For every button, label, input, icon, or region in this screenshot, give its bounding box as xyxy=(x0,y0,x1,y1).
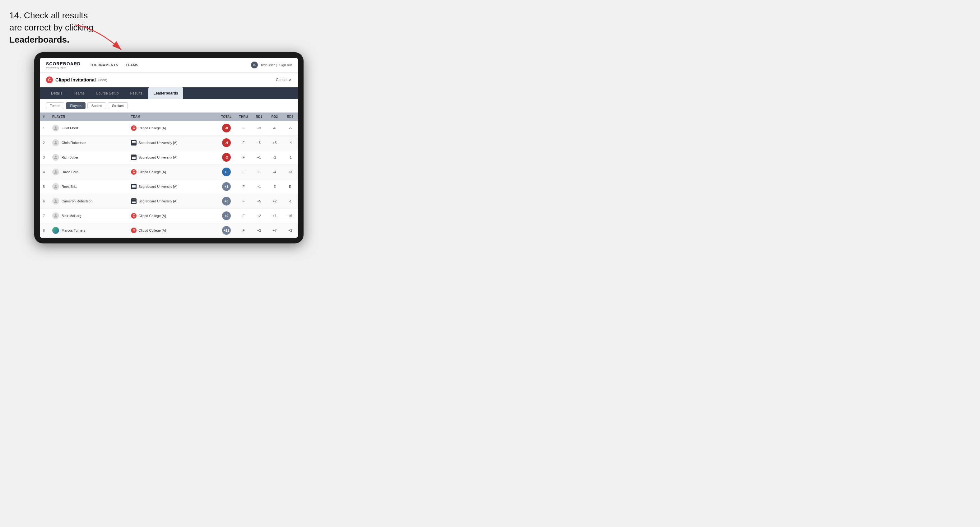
sign-out-link[interactable]: Sign out xyxy=(279,63,292,67)
team-name: Scoreboard University [A] xyxy=(138,199,177,203)
user-name: Test User | xyxy=(260,63,277,67)
player-avatar xyxy=(52,154,59,161)
cell-player: Cameron Robertson xyxy=(49,194,128,208)
player-name: David Ford xyxy=(62,170,78,174)
tab-teams[interactable]: Teams xyxy=(69,87,89,99)
cancel-button[interactable]: Cancel ✕ xyxy=(276,78,292,82)
team-logo-clippd: C xyxy=(131,125,137,131)
team-logo-scoreboard xyxy=(131,154,137,160)
player-name: Elliot Ebert xyxy=(62,126,78,130)
score-badge: +11 xyxy=(222,226,231,235)
cell-rank: 3 xyxy=(40,150,49,165)
team-logo-scoreboard xyxy=(131,140,137,146)
col-total: TOTAL xyxy=(217,113,236,121)
score-badge: +1 xyxy=(222,182,231,191)
player-name: Marcus Turners xyxy=(62,229,85,232)
cell-rd1: +2 xyxy=(251,208,267,223)
tablet-screen: SCOREBOARD Powered by clippd TOURNAMENTS… xyxy=(40,58,298,238)
cell-rd3: +2 xyxy=(282,223,298,238)
cell-rd2: -4 xyxy=(267,165,282,179)
tab-course-setup[interactable]: Course Setup xyxy=(91,87,124,99)
close-icon: ✕ xyxy=(289,78,292,82)
col-rd2: RD2 xyxy=(267,113,282,121)
team-logo-clippd: C xyxy=(131,228,137,233)
team-name: Clippd College [A] xyxy=(138,126,166,130)
cell-thru: F xyxy=(236,208,251,223)
cell-rd3: E xyxy=(282,179,298,194)
team-logo-scoreboard xyxy=(131,198,137,204)
cell-rd2: +1 xyxy=(267,208,282,223)
filter-scores[interactable]: Scores xyxy=(88,102,106,109)
table-row: 7Blair McHargCClippd College [A]+9F+2+1+… xyxy=(40,208,298,223)
instruction-line1: Check all results xyxy=(24,11,88,20)
cell-total: +6 xyxy=(217,194,236,208)
cell-rd3: +3 xyxy=(282,165,298,179)
cell-player: David Ford xyxy=(49,165,128,179)
tab-details[interactable]: Details xyxy=(46,87,67,99)
svg-point-2 xyxy=(55,141,56,143)
cell-total: E xyxy=(217,165,236,179)
player-avatar xyxy=(52,212,59,219)
player-name: Rich Butler xyxy=(62,156,78,159)
tab-results[interactable]: Results xyxy=(125,87,147,99)
team-logo-clippd: C xyxy=(131,169,137,175)
cell-thru: F xyxy=(236,135,251,150)
filter-teams[interactable]: Teams xyxy=(46,102,64,109)
cell-team: CClippd College [A] xyxy=(128,223,217,238)
cell-player: Marcus Turners xyxy=(49,223,128,238)
team-logo-scoreboard xyxy=(131,184,137,189)
svg-point-6 xyxy=(55,199,56,201)
cell-total: +11 xyxy=(217,223,236,238)
cell-rank: 4 xyxy=(40,165,49,179)
col-team: TEAM xyxy=(128,113,217,121)
tabs-bar: Details Teams Course Setup Results Leade… xyxy=(40,87,298,99)
cell-rank: 1 xyxy=(40,121,49,136)
cell-thru: F xyxy=(236,194,251,208)
cell-rd2: E xyxy=(267,179,282,194)
tablet-frame: SCOREBOARD Powered by clippd TOURNAMENTS… xyxy=(34,52,304,243)
cell-rd1: +1 xyxy=(251,150,267,165)
cell-rank: 8 xyxy=(40,223,49,238)
cell-team: CClippd College [A] xyxy=(128,165,217,179)
nav-links: TOURNAMENTS TEAMS xyxy=(90,62,251,68)
player-avatar xyxy=(52,227,59,234)
score-badge: -2 xyxy=(222,153,231,162)
cell-rd2: +7 xyxy=(267,223,282,238)
cell-rank: 2 xyxy=(40,135,49,150)
step-number: 14. xyxy=(10,11,21,20)
table-row: 3Rich ButlerScoreboard University [A]-2F… xyxy=(40,150,298,165)
cell-rd1: +1 xyxy=(251,165,267,179)
instruction-block: 14. Check all results are correct by cli… xyxy=(10,10,134,46)
cell-rank: 6 xyxy=(40,194,49,208)
table-body: 1Elliot EbertCClippd College [A]-8F+3-6-… xyxy=(40,121,298,238)
filter-players[interactable]: Players xyxy=(66,102,86,109)
score-badge: +9 xyxy=(222,211,231,220)
logo-sub: Powered by clippd xyxy=(46,66,81,69)
tournament-name: Clippd Invitational xyxy=(56,77,96,83)
player-name: Rees Britt xyxy=(62,185,76,189)
cell-player: Rees Britt xyxy=(49,179,128,194)
tournament-type: (Men) xyxy=(98,78,107,82)
cell-total: +1 xyxy=(217,179,236,194)
nav-tournaments[interactable]: TOURNAMENTS xyxy=(90,62,118,68)
cell-rank: 5 xyxy=(40,179,49,194)
cell-rd1: +3 xyxy=(251,121,267,136)
nav-bar: SCOREBOARD Powered by clippd TOURNAMENTS… xyxy=(40,58,298,73)
score-badge: E xyxy=(222,168,231,176)
svg-point-5 xyxy=(55,185,56,186)
col-rd3: RD3 xyxy=(282,113,298,121)
col-rd1: RD1 xyxy=(251,113,267,121)
tab-leaderboards[interactable]: Leaderboards xyxy=(148,87,183,99)
svg-point-7 xyxy=(55,214,56,216)
team-name: Scoreboard University [A] xyxy=(138,141,177,144)
filter-strokes[interactable]: Strokes xyxy=(108,102,127,109)
cell-rd2: +5 xyxy=(267,135,282,150)
svg-point-3 xyxy=(55,156,56,157)
nav-right: TU Test User | Sign out xyxy=(251,62,292,68)
cell-player: Blair McHarg xyxy=(49,208,128,223)
player-name: Cameron Robertson xyxy=(62,199,92,203)
table-row: 6Cameron RobertsonScoreboard University … xyxy=(40,194,298,208)
nav-teams[interactable]: TEAMS xyxy=(126,62,138,68)
svg-point-1 xyxy=(55,126,56,128)
score-badge: +6 xyxy=(222,197,231,205)
